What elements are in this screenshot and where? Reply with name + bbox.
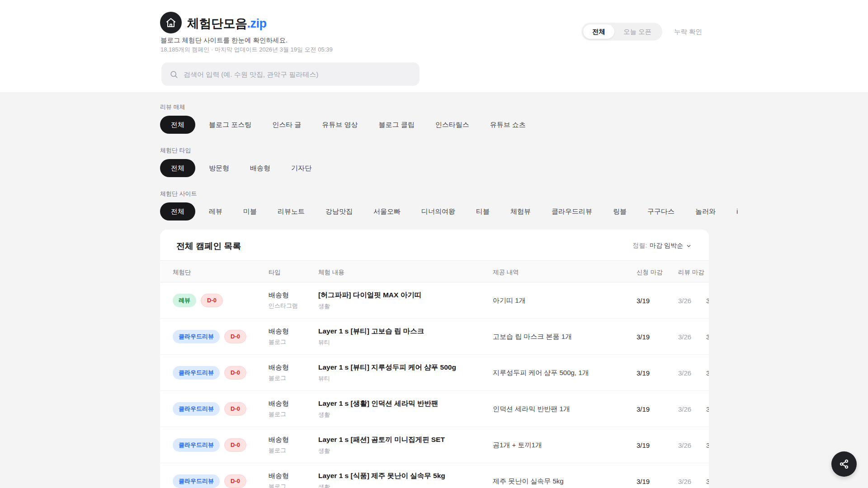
search-icon	[170, 70, 178, 79]
filter-chip[interactable]: 기자단	[284, 159, 319, 177]
table-row[interactable]: 클라우드리뷰 D-0 배송형 블로그 Layer 1 s [식품] 제주 못난이…	[160, 463, 709, 488]
campaign-title: Layer 1 s [뷰티] 고보습 립 마스크	[318, 327, 424, 336]
campaign-category: 생활	[318, 447, 445, 455]
campaign-title: Layer 1 s [패션] 곰토끼 미니집게핀 SET	[318, 435, 445, 445]
content-cell: [허그파파] 다이얼핏 MAX 아기띠 생활	[318, 291, 421, 310]
review-deadline: 3/26	[678, 477, 691, 485]
table-row[interactable]: 클라우드리뷰 D-0 배송형 블로그 Layer 1 s [패션] 곰토끼 미니…	[160, 427, 709, 463]
campaign-channel: 블로그	[269, 374, 289, 382]
filter-chip[interactable]: 클라우드리뷰	[544, 202, 599, 221]
dday-badge: D-0	[224, 438, 246, 452]
site-badge: 레뷰	[173, 294, 196, 307]
provision-cell: 고보습 립 마스크 본품 1개	[493, 332, 572, 341]
provision-cell: 제주 못난이 실속무 5kg	[493, 477, 564, 485]
share-icon	[839, 459, 849, 469]
campaign-category: 뷰티	[318, 375, 456, 383]
dday-badge: D-0	[224, 366, 246, 380]
filter-chip-row: 전체방문형배송형기자단	[160, 159, 868, 177]
campaign-type: 배송형	[269, 327, 289, 336]
content-cell: Layer 1 s [뷰티] 고보습 립 마스크 뷰티	[318, 327, 424, 347]
campaign-category: 생활	[318, 302, 421, 310]
provision-cell: 곰1개 + 토끼1개	[493, 441, 542, 449]
filter-chip[interactable]: 링블	[606, 202, 634, 221]
campaign-title: Layer 1 s [뷰티] 지루성두피 케어 샴푸 500g	[318, 363, 456, 372]
review-deadline: 3/26	[678, 296, 691, 304]
sort-control[interactable]: 정렬: 마감 임박순	[632, 242, 692, 250]
filter-chip[interactable]: 블로그 클립	[372, 116, 422, 134]
filter-chip[interactable]: 전체	[160, 159, 195, 177]
page-title: 체험단모음.zip	[187, 15, 267, 32]
table-column-headers: 체험단 타입 체험 내용 제공 내역 신청 마감 리뷰 마감	[160, 260, 709, 282]
site-cell: 클라우드리뷰 D-0	[173, 474, 246, 488]
site-cell: 클라우드리뷰 D-0	[173, 402, 246, 416]
missing-check-link[interactable]: 누락 확인	[674, 28, 702, 36]
filter-chip-row: 전체레뷰미블리뷰노트강남맛집서울오빠디너의여왕티블체험뷰클라우드리뷰링블구구다스…	[160, 202, 868, 221]
filter-chip[interactable]: 유튜브 영상	[315, 116, 365, 134]
site-badge: 클라우드리뷰	[173, 474, 220, 488]
search-input[interactable]	[184, 70, 411, 78]
table-row[interactable]: 레뷰 D-0 배송형 인스타그램 [허그파파] 다이얼핏 MAX 아기띠 생활 …	[160, 282, 709, 319]
dday-badge: D-0	[201, 294, 223, 307]
card-title: 전체 캠페인 목록	[176, 240, 241, 252]
site-cell: 클라우드리뷰 D-0	[173, 366, 246, 380]
sort-label: 정렬:	[632, 242, 647, 250]
filter-chip[interactable]: 배송형	[243, 159, 278, 177]
filter-chip[interactable]: 인스타릴스	[428, 116, 476, 134]
apply-deadline: 3/19	[637, 296, 650, 304]
dday-badge: D-0	[224, 330, 246, 343]
filter-group-label: 리뷰 매체	[160, 103, 868, 111]
site-logo[interactable]	[160, 12, 182, 33]
campaign-title: [허그파파] 다이얼핏 MAX 아기띠	[318, 291, 421, 300]
table-row[interactable]: 클라우드리뷰 D-0 배송형 블로그 Layer 1 s [생활] 인덕션 세라…	[160, 391, 709, 427]
tab-all[interactable]: 전체	[583, 24, 614, 39]
page-title-suffix: .zip	[247, 17, 267, 30]
filter-chip[interactable]: 미블	[236, 202, 264, 221]
col-apply-deadline: 신청 마감	[637, 268, 663, 277]
filter-chip[interactable]: i	[729, 202, 745, 221]
review-deadline: 3/26	[678, 441, 691, 449]
filter-chip[interactable]: 방문형	[202, 159, 236, 177]
site-badge: 클라우드리뷰	[173, 366, 220, 380]
apply-deadline: 3/19	[637, 405, 650, 413]
review-deadline: 3/26	[678, 333, 691, 340]
filter-chip[interactable]: 유튜브 쇼츠	[483, 116, 533, 134]
campaign-title: Layer 1 s [생활] 인덕션 세라믹 반반팬	[318, 399, 438, 408]
campaign-channel: 인스타그램	[269, 302, 298, 310]
filter-chip[interactable]: 전체	[160, 116, 195, 134]
filter-chip[interactable]: 강남맛집	[318, 202, 360, 221]
tab-group: 전체 오늘 오픈	[581, 23, 662, 41]
campaign-type: 배송형	[269, 399, 289, 408]
filter-chip[interactable]: 체험뷰	[503, 202, 538, 221]
site-badge: 클라우드리뷰	[173, 330, 220, 343]
filter-chip[interactable]: 티블	[469, 202, 497, 221]
filter-chip[interactable]: 블로그 포스팅	[202, 116, 259, 134]
filter-chip-row: 전체블로그 포스팅인스타 글유튜브 영상블로그 클립인스타릴스유튜브 쇼츠	[160, 116, 868, 134]
table-row[interactable]: 클라우드리뷰 D-0 배송형 블로그 Layer 1 s [뷰티] 지루성두피 …	[160, 355, 709, 391]
filter-chip[interactable]: 인스타 글	[265, 116, 308, 134]
campaign-category: 생활	[318, 483, 445, 488]
search-bar	[161, 62, 420, 86]
filter-chip[interactable]: 리뷰노트	[270, 202, 312, 221]
share-button[interactable]	[831, 451, 857, 477]
filter-chip[interactable]: 놀러와	[688, 202, 723, 221]
filter-chip[interactable]: 레뷰	[202, 202, 230, 221]
dday-badge: D-0	[224, 402, 246, 416]
campaign-type: 배송형	[269, 436, 289, 444]
campaign-type: 배송형	[269, 472, 289, 480]
campaign-category: 뷰티	[318, 338, 424, 347]
filter-chip[interactable]: 서울오빠	[366, 202, 408, 221]
table-row[interactable]: 클라우드리뷰 D-0 배송형 블로그 Layer 1 s [뷰티] 고보습 립 …	[160, 319, 709, 355]
campaign-category: 생활	[318, 411, 438, 419]
filter-chip[interactable]: 전체	[160, 202, 195, 221]
type-cell: 배송형 블로그	[269, 327, 289, 346]
col-content: 체험 내용	[318, 268, 344, 277]
filter-chip[interactable]: 디너의여왕	[414, 202, 462, 221]
clipped-column: 3	[706, 405, 709, 413]
tab-today-open[interactable]: 오늘 오픈	[614, 24, 660, 39]
card-header: 전체 캠페인 목록 정렬: 마감 임박순	[160, 230, 709, 260]
provision-cell: 아기띠 1개	[493, 296, 526, 305]
filter-chip[interactable]: 구구다스	[640, 202, 682, 221]
col-provision: 제공 내역	[493, 268, 519, 277]
review-deadline: 3/26	[678, 369, 691, 376]
type-cell: 배송형 블로그	[269, 472, 289, 488]
